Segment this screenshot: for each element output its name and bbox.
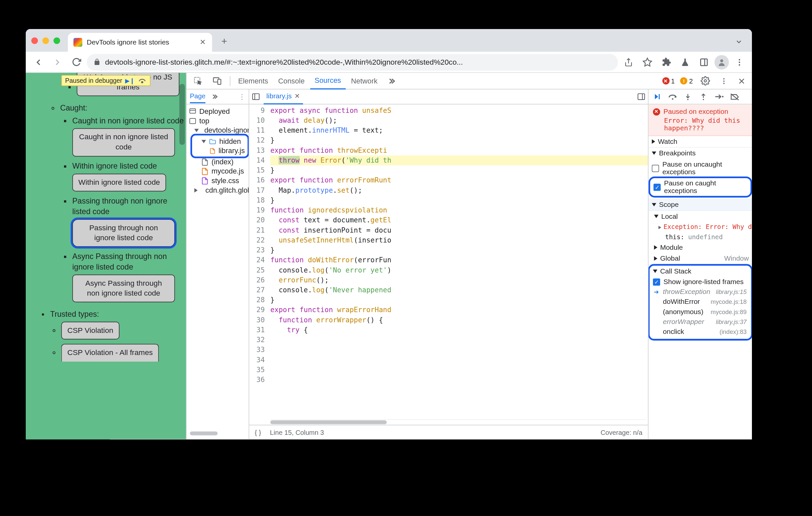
browser-tab[interactable]: DevTools ignore list stories ✕ (68, 33, 212, 52)
tab-elements[interactable]: Elements (234, 72, 273, 89)
tree-mycode[interactable]: mycode.js (186, 166, 249, 176)
paused-message: ✕ Paused on exception Error: Why did thi… (648, 104, 752, 136)
tree-cdn[interactable]: cdn.glitch.globa (186, 185, 249, 195)
bookmark-button[interactable] (639, 54, 656, 70)
resume-button[interactable] (652, 92, 662, 102)
tab-console[interactable]: Console (273, 72, 309, 89)
close-window-button[interactable] (31, 37, 38, 43)
debugger-controls (648, 89, 752, 104)
page-button-passing[interactable]: Passing through non ignore listed code (72, 219, 175, 247)
navigator-tab-overflow[interactable] (211, 93, 218, 100)
back-button[interactable] (30, 54, 47, 70)
toggle-navigator-icon[interactable] (252, 92, 260, 101)
checkbox-show-ignored[interactable]: ✓ Show ignore-listed frames (649, 277, 751, 287)
menu-button[interactable] (731, 54, 748, 70)
page-text-within: Within ignore listed code (72, 161, 157, 170)
callstack-frame[interactable]: (anonymous)mycode.js:89 (649, 307, 751, 317)
device-toolbar-icon[interactable] (208, 72, 226, 89)
step-over-mini-icon[interactable] (138, 77, 147, 85)
page-button-async-passing[interactable]: Async Passing through non ignore listed … (72, 274, 175, 303)
step-into-button[interactable] (683, 92, 693, 102)
tree-library-js[interactable]: library.js (193, 146, 247, 155)
page-scrollbar-thumb[interactable] (179, 84, 185, 145)
settings-icon[interactable] (696, 72, 714, 89)
checkbox-pause-caught[interactable]: ✓ Pause on caught exceptions (650, 178, 751, 196)
checkbox-pause-uncaught[interactable]: Pause on uncaught exceptions (648, 159, 752, 177)
page-text-async-passing: Async Passing through non ignore listed … (72, 252, 167, 271)
navigator-menu-icon[interactable]: ⋮ (239, 93, 245, 101)
section-header-breakpoints[interactable]: Breakpoints (648, 148, 752, 159)
chevron-down-icon (195, 129, 199, 132)
callstack-frame[interactable]: onclick(index):83 (649, 327, 751, 336)
new-tab-button[interactable]: + (216, 34, 232, 49)
section-watch: Watch (648, 136, 752, 148)
svg-point-13 (723, 78, 725, 79)
tab-overflow-button[interactable] (731, 34, 747, 49)
step-over-button[interactable] (667, 92, 677, 102)
callstack-frame[interactable]: errorWrapperlibrary.js:37 (649, 317, 751, 327)
svg-point-14 (723, 80, 725, 82)
scope-exception[interactable]: Exception: Error: Why did t (648, 222, 752, 232)
svg-point-15 (723, 83, 725, 84)
pretty-print-icon[interactable]: { } (255, 428, 261, 436)
error-count[interactable]: ✕1 (660, 77, 677, 85)
page-button-csp-all[interactable]: CSP Violation - All frames (61, 344, 159, 361)
devtools-close-icon[interactable] (733, 72, 750, 89)
tree-style[interactable]: style.css (186, 176, 249, 185)
section-header-scope[interactable]: Scope (648, 199, 752, 211)
toggle-debugger-icon[interactable] (637, 92, 646, 101)
tree-deployed[interactable]: Deployed (186, 107, 249, 116)
editor-tabs: library.js ✕ (249, 89, 648, 104)
maximize-window-button[interactable] (54, 37, 60, 43)
reload-button[interactable] (68, 54, 85, 70)
page-button-csp[interactable]: CSP Violation (61, 322, 119, 339)
svg-rect-23 (638, 94, 645, 100)
devtools-tabs: Elements Console Sources Network ✕1 !2 (186, 73, 752, 89)
svg-point-5 (739, 59, 740, 60)
tree-index[interactable]: (index) (186, 157, 249, 166)
step-out-button[interactable] (698, 92, 708, 102)
paused-in-debugger-badge: Paused in debugger ▶❙ (61, 75, 150, 86)
minimize-window-button[interactable] (42, 37, 49, 43)
close-tab-icon[interactable]: ✕ (294, 92, 300, 100)
callstack-frame[interactable]: ➔throwExceptionlibrary.js:15 (649, 287, 751, 297)
devtools-menu-icon[interactable] (716, 72, 732, 89)
hidden-folder-highlight: hidden library.js (192, 135, 248, 157)
tab-network[interactable]: Network (347, 72, 382, 89)
profile-button[interactable] (715, 55, 729, 69)
tab-title: DevTools ignore list stories (87, 38, 195, 46)
scope-module-header[interactable]: Module (648, 242, 752, 253)
tab-close-button[interactable]: ✕ (199, 38, 207, 46)
scope-local-header[interactable]: Local (648, 211, 752, 222)
extensions-button[interactable] (658, 54, 674, 70)
svg-point-29 (687, 99, 689, 100)
tab-sources[interactable]: Sources (310, 72, 346, 89)
navigator-hscroll[interactable] (190, 431, 245, 437)
editor-tab-library[interactable]: library.js ✕ (264, 89, 303, 104)
page-button-caught-non[interactable]: Caught in non ignore listed code (72, 128, 175, 156)
deactivate-breakpoints-button[interactable] (729, 92, 740, 102)
section-header-watch[interactable]: Watch (648, 136, 752, 147)
tab-overflow-icon[interactable] (383, 72, 399, 89)
side-panel-button[interactable] (695, 54, 712, 70)
callstack-frame[interactable]: doWithErrormycode.js:18 (649, 297, 751, 306)
tree-origin[interactable]: devtools-ignore (186, 125, 249, 135)
resume-icon[interactable]: ▶❙ (125, 77, 134, 85)
tree-hidden-folder[interactable]: hidden (193, 136, 247, 146)
navigator-tab-page[interactable]: Page (190, 92, 205, 103)
step-button[interactable] (714, 92, 724, 102)
code-body[interactable]: 9101112131415161718192021222324252627282… (249, 104, 648, 419)
warning-count[interactable]: !2 (678, 77, 695, 85)
page-button-within[interactable]: Within ignore listed code (72, 174, 166, 191)
scope-this: this: undefined (648, 232, 752, 242)
forward-button[interactable] (49, 54, 66, 70)
inspect-icon[interactable] (189, 72, 207, 89)
address-bar[interactable]: devtools-ignore-list-stories.glitch.me/#… (87, 54, 618, 70)
code-hscroll[interactable] (270, 419, 646, 425)
scope-global-header[interactable]: Global Window (648, 253, 752, 264)
editor-status-bar: { } Line 15, Column 3 Coverage: n/a (249, 425, 648, 439)
section-header-callstack[interactable]: Call Stack (649, 266, 751, 277)
labs-button[interactable] (677, 54, 693, 70)
tree-top[interactable]: top (186, 116, 249, 126)
share-button[interactable] (620, 54, 637, 70)
